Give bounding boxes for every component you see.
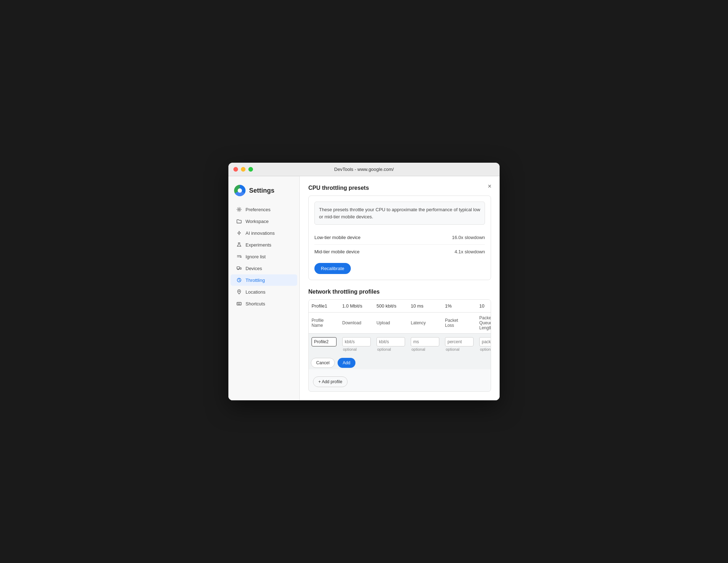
svg-point-0 <box>238 209 240 210</box>
sidebar-item-workspace[interactable]: Workspace <box>231 215 297 227</box>
profile-table: Profile1 1.0 Mbit/s 500 kbit/s 10 ms <box>309 300 491 369</box>
svg-rect-5 <box>237 267 240 269</box>
sidebar-item-experiments[interactable]: Experiments <box>231 239 297 250</box>
flask-icon <box>236 242 242 248</box>
sidebar-item-locations[interactable]: Locations <box>231 286 297 298</box>
window-body: Settings Preferences <box>228 176 500 400</box>
sidebar-item-ai-label: AI innovations <box>246 230 275 236</box>
preset-mid-value: 4.1x slowdown <box>455 249 485 254</box>
sidebar-title: Settings <box>249 187 274 194</box>
sidebar-item-ignore-list-label: Ignore list <box>246 254 266 259</box>
packet-queue-input[interactable] <box>479 337 491 346</box>
cpu-section: CPU throttling presets These presets thr… <box>308 185 491 280</box>
sidebar-item-throttling[interactable]: Throttling <box>231 274 297 286</box>
preset-mid-label: Mid-tier mobile device <box>314 249 359 254</box>
new-profile-latency-cell: optional <box>408 334 442 355</box>
sidebar-item-devices[interactable]: Devices <box>231 263 297 274</box>
col-download: Download <box>339 313 374 334</box>
traffic-lights <box>233 167 253 172</box>
sidebar: Settings Preferences <box>228 176 300 400</box>
action-buttons-row: Cancel Add <box>309 355 491 369</box>
download-optional-label: optional <box>342 347 371 351</box>
sidebar-item-experiments-label: Experiments <box>246 242 271 248</box>
table-header-profile1-queue: 10 <box>476 300 491 313</box>
titlebar: DevTools - www.google.com/ <box>228 163 500 176</box>
col-upload: Upload <box>374 313 408 334</box>
main-content: × CPU throttling presets These presets t… <box>300 176 500 400</box>
col-packet-queue: Packet Queue Length <box>476 313 491 334</box>
col-packet-loss: Packet Loss <box>442 313 476 334</box>
preset-low-label: Low-tier mobile device <box>314 235 360 240</box>
preset-low-tier: Low-tier mobile device 16.0x slowdown <box>314 230 485 245</box>
minimize-traffic-light[interactable] <box>241 167 246 172</box>
cpu-section-title: CPU throttling presets <box>308 185 491 191</box>
sidebar-item-shortcuts-label: Shortcuts <box>246 301 265 306</box>
add-button[interactable]: Add <box>338 358 355 368</box>
recalibrate-button[interactable]: Recalibrate <box>314 263 351 274</box>
table-header-profile1-latency: 10 ms <box>408 300 442 313</box>
sidebar-item-locations-label: Locations <box>246 289 266 295</box>
pin-icon <box>236 289 242 295</box>
table-header-profile1-upload: 500 kbit/s <box>374 300 408 313</box>
new-profile-name-cell <box>309 334 339 355</box>
network-section-title: Network throttling profiles <box>308 289 491 295</box>
sidebar-item-preferences-label: Preferences <box>246 207 271 212</box>
folder-icon <box>236 218 242 224</box>
table-header-row: Profile1 1.0 Mbit/s 500 kbit/s 10 ms <box>309 300 491 313</box>
profile-name-input[interactable] <box>312 337 337 346</box>
network-card: Profile1 1.0 Mbit/s 500 kbit/s 10 ms <box>308 299 491 392</box>
svg-point-9 <box>239 291 240 292</box>
table-header-profile1-name: Profile1 <box>309 300 339 313</box>
add-profile-button[interactable]: + Add profile <box>313 376 348 387</box>
upload-optional-label: optional <box>376 347 405 351</box>
table-column-headers: Profile Name Download Upload Latency Pac… <box>309 313 491 334</box>
gear-icon <box>236 207 242 212</box>
settings-logo <box>234 185 246 196</box>
window-title: DevTools - www.google.com/ <box>334 167 394 172</box>
svg-rect-6 <box>240 268 242 269</box>
queue-optional-label: optional <box>479 347 491 351</box>
col-profile-name: Profile Name <box>309 313 339 334</box>
new-profile-download-cell: optional <box>339 334 374 355</box>
list-x-icon <box>236 254 242 259</box>
latency-optional-label: optional <box>411 347 439 351</box>
devices-icon <box>236 265 242 271</box>
sidebar-item-workspace-label: Workspace <box>246 219 269 224</box>
cpu-card: These presets throttle your CPU to appro… <box>308 196 491 280</box>
keyboard-icon <box>236 301 242 306</box>
table-header-profile1-download: 1.0 Mbit/s <box>339 300 374 313</box>
preset-low-value: 16.0x slowdown <box>452 235 485 240</box>
sidebar-item-preferences[interactable]: Preferences <box>231 204 297 215</box>
sidebar-item-ai[interactable]: AI innovations <box>231 227 297 239</box>
cpu-description: These presets throttle your CPU to appro… <box>314 202 485 225</box>
sidebar-item-devices-label: Devices <box>246 266 262 271</box>
sidebar-header: Settings <box>228 182 299 203</box>
maximize-traffic-light[interactable] <box>248 167 253 172</box>
sidebar-item-ignore-list[interactable]: Ignore list <box>231 251 297 262</box>
new-profile-upload-cell: optional <box>374 334 408 355</box>
close-button[interactable]: × <box>485 182 494 191</box>
sparkle-icon <box>236 230 242 236</box>
throttle-icon <box>236 277 242 283</box>
action-buttons-cell: Cancel Add <box>309 355 491 369</box>
new-profile-queue-cell: optional <box>476 334 491 355</box>
network-section: Network throttling profiles Profile1 1.0… <box>308 289 491 392</box>
svg-rect-10 <box>237 303 241 305</box>
upload-input[interactable] <box>376 337 405 346</box>
close-traffic-light[interactable] <box>233 167 238 172</box>
download-input[interactable] <box>342 337 371 346</box>
new-profile-loss-cell: optional <box>442 334 476 355</box>
app-window: DevTools - www.google.com/ Settings Pref <box>228 163 500 400</box>
sidebar-item-shortcuts[interactable]: Shortcuts <box>231 298 297 309</box>
table-header-profile1-loss: 1% <box>442 300 476 313</box>
preset-mid-tier: Mid-tier mobile device 4.1x slowdown <box>314 245 485 259</box>
latency-input[interactable] <box>411 337 439 346</box>
packet-loss-input[interactable] <box>445 337 474 346</box>
cancel-button[interactable]: Cancel <box>311 358 335 368</box>
new-profile-row: optional optional optional <box>309 334 491 355</box>
loss-optional-label: optional <box>445 347 474 351</box>
col-latency: Latency <box>408 313 442 334</box>
settings-logo-inner <box>238 188 242 193</box>
sidebar-item-throttling-label: Throttling <box>246 278 265 283</box>
